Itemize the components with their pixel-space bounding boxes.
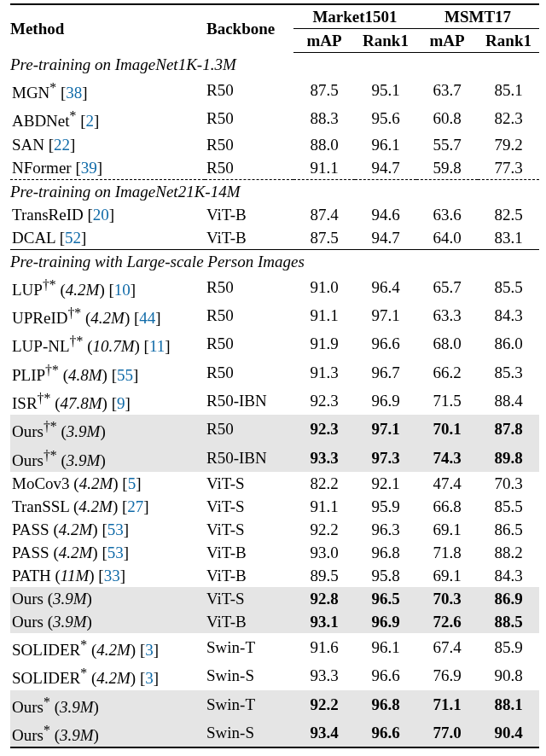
citation-link[interactable]: 33 xyxy=(104,567,120,584)
citation-link[interactable]: 53 xyxy=(107,544,124,561)
citation-link[interactable]: 55 xyxy=(117,366,133,384)
cell-value: 87.4 xyxy=(293,203,355,226)
cell-value: 96.9 xyxy=(355,610,416,633)
cell-value: 85.3 xyxy=(478,358,539,387)
cell-value: 77.0 xyxy=(416,718,478,747)
cell-method: SOLIDER* (4.2M) [3] xyxy=(10,633,205,661)
cell-value: 69.1 xyxy=(416,518,478,541)
cell-backbone: ViT-B xyxy=(205,610,293,633)
cell-value: 77.3 xyxy=(478,156,539,180)
cell-value: 59.8 xyxy=(416,156,478,180)
cell-value: 92.1 xyxy=(355,472,416,495)
citation-link[interactable]: 52 xyxy=(65,229,81,247)
table-row: MoCov3 (4.2M) [5]ViT-S82.292.147.470.3 xyxy=(10,472,539,495)
cell-backbone: ViT-B xyxy=(205,226,293,250)
cell-value: 69.1 xyxy=(416,564,478,587)
cell-method: Ours†* (3.9M) xyxy=(10,444,205,472)
cell-value: 82.2 xyxy=(293,472,355,495)
table-row: NFormer [39]R5091.194.759.877.3 xyxy=(10,156,539,180)
cell-value: 71.5 xyxy=(416,387,478,415)
cell-method: PASS (4.2M) [53] xyxy=(10,518,205,541)
cell-value: 71.1 xyxy=(416,690,478,718)
cell-backbone: ViT-S xyxy=(205,472,293,495)
cell-method: TransReID [20] xyxy=(10,203,205,226)
cell-value: 63.7 xyxy=(416,76,478,104)
table-row: SOLIDER* (4.2M) [3]Swin-T91.696.167.485.… xyxy=(10,633,539,661)
table-row: SAN [22]R5088.096.155.779.2 xyxy=(10,133,539,156)
table-row: ISR†* (47.8M) [9]R50-IBN92.396.971.588.4 xyxy=(10,387,539,415)
table-row: LUP-NL†* (10.7M) [11]R5091.996.668.086.0 xyxy=(10,329,539,358)
table-row: LUP†* (4.2M) [10]R5091.096.465.785.5 xyxy=(10,273,539,301)
cell-value: 90.4 xyxy=(478,718,539,747)
cell-value: 88.3 xyxy=(293,104,355,132)
cell-value: 82.5 xyxy=(478,203,539,226)
cell-value: 70.3 xyxy=(478,472,539,495)
table-row: Ours (3.9M)ViT-S92.896.570.386.9 xyxy=(10,587,539,610)
cell-value: 96.9 xyxy=(355,387,416,415)
table-row: UPReID†* (4.2M) [44]R5091.197.163.384.3 xyxy=(10,301,539,329)
table-row: SOLIDER* (4.2M) [3]Swin-S93.396.676.990.… xyxy=(10,661,539,689)
citation-link[interactable]: 3 xyxy=(145,641,154,659)
citation-link[interactable]: 27 xyxy=(127,497,143,515)
cell-value: 97.1 xyxy=(355,301,416,329)
cell-value: 93.1 xyxy=(293,610,355,633)
cell-value: 92.8 xyxy=(293,587,355,610)
citation-link[interactable]: 38 xyxy=(66,84,82,102)
cell-value: 70.3 xyxy=(416,587,478,610)
cell-value: 87.5 xyxy=(293,226,355,250)
cell-value: 87.8 xyxy=(478,415,539,443)
table: MethodBackboneMarket1501MSMT17mAPRank1mA… xyxy=(10,3,539,748)
col-metric: mAP xyxy=(293,29,355,53)
caption-fragment: entity invariance across different video… xyxy=(0,748,546,756)
citation-link[interactable]: 44 xyxy=(139,309,155,327)
col-metric: Rank1 xyxy=(478,29,539,53)
cell-value: 84.3 xyxy=(478,564,539,587)
citation-link[interactable]: 9 xyxy=(117,394,125,412)
citation-link[interactable]: 39 xyxy=(81,159,97,177)
cell-value: 95.8 xyxy=(355,564,416,587)
cell-method: PLIP†* (4.8M) [55] xyxy=(10,358,205,387)
cell-value: 95.9 xyxy=(355,495,416,518)
cell-value: 85.5 xyxy=(478,495,539,518)
cell-backbone: R50 xyxy=(205,358,293,387)
citation-link[interactable]: 5 xyxy=(128,474,136,492)
cell-value: 95.6 xyxy=(355,104,416,132)
table-row: ABDNet* [2]R5088.395.660.882.3 xyxy=(10,104,539,132)
cell-value: 86.0 xyxy=(478,329,539,358)
section-header: Pre-training on ImageNet21K-14M xyxy=(10,179,539,203)
citation-link[interactable]: 2 xyxy=(86,113,95,131)
table-row: PASS (4.2M) [53]ViT-B93.096.871.888.2 xyxy=(10,541,539,564)
cell-value: 91.1 xyxy=(293,495,355,518)
table-row: PATH (11M) [33]ViT-B89.595.869.184.3 xyxy=(10,564,539,587)
citation-link[interactable]: 11 xyxy=(149,338,165,356)
cell-method: SAN [22] xyxy=(10,133,205,156)
cell-value: 55.7 xyxy=(416,133,478,156)
citation-link[interactable]: 20 xyxy=(93,206,109,224)
cell-value: 88.5 xyxy=(478,610,539,633)
cell-value: 97.3 xyxy=(355,444,416,472)
citation-link[interactable]: 22 xyxy=(54,136,70,154)
cell-backbone: Swin-S xyxy=(205,718,293,747)
cell-value: 96.3 xyxy=(355,518,416,541)
citation-link[interactable]: 10 xyxy=(114,281,131,299)
citation-link[interactable]: 3 xyxy=(145,670,154,688)
cell-value: 96.6 xyxy=(355,661,416,689)
cell-method: Ours* (3.9M) xyxy=(10,718,205,747)
cell-value: 76.9 xyxy=(416,661,478,689)
cell-method: Ours†* (3.9M) xyxy=(10,415,205,443)
cell-value: 47.4 xyxy=(416,472,478,495)
cell-value: 64.0 xyxy=(416,226,478,250)
cell-method: PASS (4.2M) [53] xyxy=(10,541,205,564)
cell-value: 91.9 xyxy=(293,329,355,358)
cell-value: 72.6 xyxy=(416,610,478,633)
cell-method: Ours* (3.9M) xyxy=(10,690,205,718)
cell-backbone: Swin-S xyxy=(205,661,293,689)
cell-method: DCAL [52] xyxy=(10,226,205,250)
table-row: TranSSL (4.2M) [27]ViT-S91.195.966.885.5 xyxy=(10,495,539,518)
cell-method: LUP-NL†* (10.7M) [11] xyxy=(10,329,205,358)
cell-backbone: ViT-B xyxy=(205,564,293,587)
citation-link[interactable]: 53 xyxy=(107,520,124,538)
col-method: Method xyxy=(10,4,205,53)
cell-value: 86.9 xyxy=(478,587,539,610)
cell-backbone: ViT-B xyxy=(205,203,293,226)
